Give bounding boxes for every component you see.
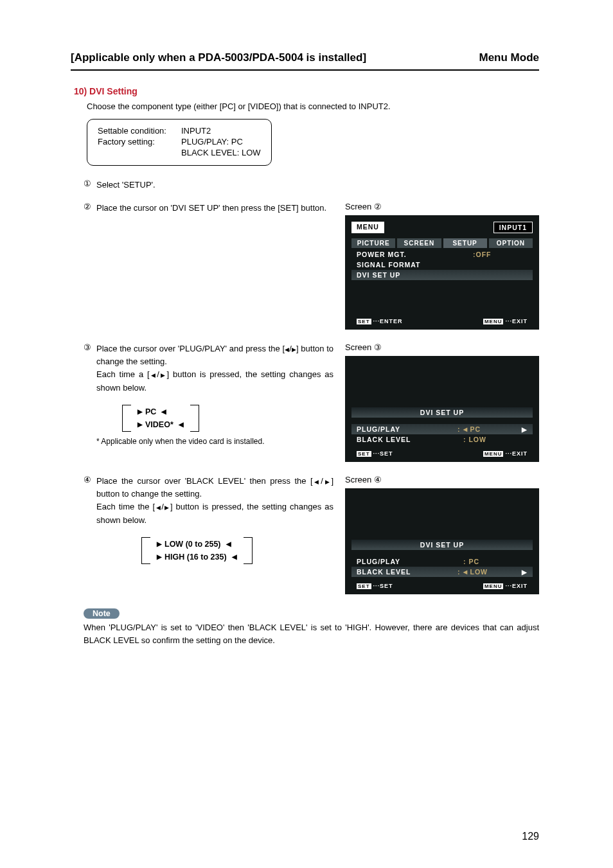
factory-setting-value-2: BLACK LEVEL: LOW xyxy=(181,148,261,157)
screen-3-label: Screen ③ xyxy=(345,342,539,352)
footnote: * Applicable only when the video card is… xyxy=(96,437,333,446)
osd-foot-enter: ···ENTER xyxy=(373,318,403,324)
settable-condition-row: Settable condition: INPUT2 xyxy=(98,126,261,136)
osd-item-dvi-setup-label: DVI SET UP xyxy=(357,271,528,279)
cycle-diagram-2: ▶LOW (0 to 255)◀ ▶HIGH (16 to 235)◀ xyxy=(141,537,333,564)
osd4-key-set: SET xyxy=(357,583,371,589)
osd3-foot-setv: ···SET xyxy=(373,450,393,457)
osd4-plugplay-row: PLUG/PLAY : PC xyxy=(351,556,533,567)
osd3-title: DVI SET UP xyxy=(351,407,533,418)
osd4-title: DVI SET UP xyxy=(351,540,533,550)
osd-item-power-mgt-label: POWER MGT. xyxy=(357,251,473,258)
osd-input-badge: INPUT1 xyxy=(493,222,533,233)
cycle1-opt1: ▶PC◀ xyxy=(135,407,186,416)
factory-setting-row-2: BLACK LEVEL: LOW xyxy=(98,148,261,157)
step-2: ② Place the cursor on 'DVI SET UP' then … xyxy=(84,202,333,215)
osd3-key-menu: MENU xyxy=(483,451,504,457)
osd3-blacklevel-row: BLACK LEVEL : LOW xyxy=(351,434,533,445)
step-4-num: ④ xyxy=(84,475,96,527)
cycle2-opt2: ▶HIGH (16 to 235)◀ xyxy=(154,553,240,562)
note-text: When 'PLUG/PLAY' is set to 'VIDEO' then … xyxy=(84,621,539,647)
osd-item-signal-format-label: SIGNAL FORMAT xyxy=(357,261,528,269)
note-label: Note xyxy=(84,608,120,619)
settings-box: Settable condition: INPUT2 Factory setti… xyxy=(87,119,272,166)
step-1: ① Select 'SETUP'. xyxy=(84,179,539,191)
header-title-left: [Applicable only when a PDA-5003/PDA-500… xyxy=(71,51,366,64)
osd-item-signal-format: SIGNAL FORMAT xyxy=(351,260,533,270)
osd3-blacklevel-value: : LOW xyxy=(463,436,528,443)
osd4-plugplay-value: : PC xyxy=(463,558,528,565)
step-1-num: ① xyxy=(84,179,96,191)
osd3-plugplay-row: PLUG/PLAY :◀PC ▶ xyxy=(351,424,533,434)
screen-2-label: Screen ② xyxy=(345,202,539,211)
step-4: ④ Place the cursor over 'BLACK LEVEL' th… xyxy=(84,475,333,527)
osd3-plugplay-value: :◀PC xyxy=(458,425,522,433)
osd-item-power-mgt: POWER MGT. :OFF xyxy=(351,249,533,260)
factory-setting-label: Factory setting: xyxy=(98,137,181,146)
screen-4-label: Screen ④ xyxy=(345,475,539,484)
osd-item-dvi-setup: DVI SET UP xyxy=(351,270,533,280)
section-heading: 10) DVI Setting xyxy=(74,86,539,96)
osd3-plugplay-label: PLUG/PLAY xyxy=(357,425,458,433)
osd-footer-set: SET ···ENTER xyxy=(357,318,403,324)
step-3: ③ Place the cursor over 'PLUG/PLAY' and … xyxy=(84,342,333,394)
page-header: [Applicable only when a PDA-5003/PDA-500… xyxy=(71,51,539,71)
section-intro: Choose the component type (either [PC] o… xyxy=(87,102,539,111)
osd-foot-exit: ···EXIT xyxy=(505,318,528,324)
osd-item-power-mgt-value: :OFF xyxy=(473,251,528,258)
osd-screen-4: DVI SET UP PLUG/PLAY : PC BLACK LEVEL :◀… xyxy=(345,488,539,594)
settable-condition-label: Settable condition: xyxy=(98,126,181,136)
step-2-text-content: Place the cursor on 'DVI SET UP' then pr… xyxy=(96,203,326,213)
osd4-blacklevel-row: BLACK LEVEL :◀LOW ▶ xyxy=(351,567,533,577)
right-arrow-icon: ▶ xyxy=(522,426,528,433)
page-number: 129 xyxy=(522,831,539,842)
osd-screen-2: MENU INPUT1 PICTURE SCREEN SETUP OPTION … xyxy=(345,215,539,330)
osd4-foot-exit: ···EXIT xyxy=(505,583,528,589)
step-2-num: ② xyxy=(84,202,96,215)
osd-key-menu: MENU xyxy=(483,319,504,324)
osd3-footer-set: SET ···SET xyxy=(357,450,393,457)
osd4-blacklevel-value: :◀LOW xyxy=(458,568,522,576)
factory-setting-value-1: PLUG/PLAY: PC xyxy=(181,137,243,146)
step-4-text: Place the cursor over 'BLACK LEVEL' then… xyxy=(96,475,333,527)
osd-tab-setup: SETUP xyxy=(443,238,487,248)
osd3-key-set: SET xyxy=(357,451,371,457)
step-1-text: Select 'SETUP'. xyxy=(96,179,539,191)
osd3-footer-menu: MENU ···EXIT xyxy=(483,450,528,457)
osd3-blacklevel-label: BLACK LEVEL xyxy=(357,436,463,443)
cycle1-opt2: ▶VIDEO*◀ xyxy=(135,420,186,429)
osd-footer-menu: MENU ···EXIT xyxy=(483,318,528,324)
osd-tab-picture: PICTURE xyxy=(351,238,395,248)
osd-key-set: SET xyxy=(357,319,371,324)
osd-screen-3: DVI SET UP PLUG/PLAY :◀PC ▶ BLACK LEVEL … xyxy=(345,356,539,462)
cycle-diagram-1: ▶PC◀ ▶VIDEO*◀ xyxy=(122,405,333,432)
step-3-text: Place the cursor over 'PLUG/PLAY' and pr… xyxy=(96,342,333,394)
osd4-footer-menu: MENU ···EXIT xyxy=(483,583,528,589)
osd4-plugplay-label: PLUG/PLAY xyxy=(357,558,463,565)
settable-condition-value: INPUT2 xyxy=(181,126,211,136)
step-3-num: ③ xyxy=(84,342,96,394)
header-title-right: Menu Mode xyxy=(479,51,540,64)
factory-setting-row: Factory setting: PLUG/PLAY: PC xyxy=(98,137,261,146)
osd-tab-screen: SCREEN xyxy=(397,238,441,248)
osd-tab-option: OPTION xyxy=(489,238,533,248)
osd4-key-menu: MENU xyxy=(483,583,504,589)
osd4-foot-setv: ···SET xyxy=(373,583,393,589)
osd4-blacklevel-label: BLACK LEVEL xyxy=(357,568,458,576)
osd3-foot-exit: ···EXIT xyxy=(505,450,528,457)
osd-menu-badge: MENU xyxy=(351,222,384,233)
osd4-footer-set: SET ···SET xyxy=(357,583,393,589)
right-arrow-icon-2: ▶ xyxy=(522,569,528,576)
step-2-text: Place the cursor on 'DVI SET UP' then pr… xyxy=(96,202,333,215)
cycle2-opt1: ▶LOW (0 to 255)◀ xyxy=(154,540,240,549)
